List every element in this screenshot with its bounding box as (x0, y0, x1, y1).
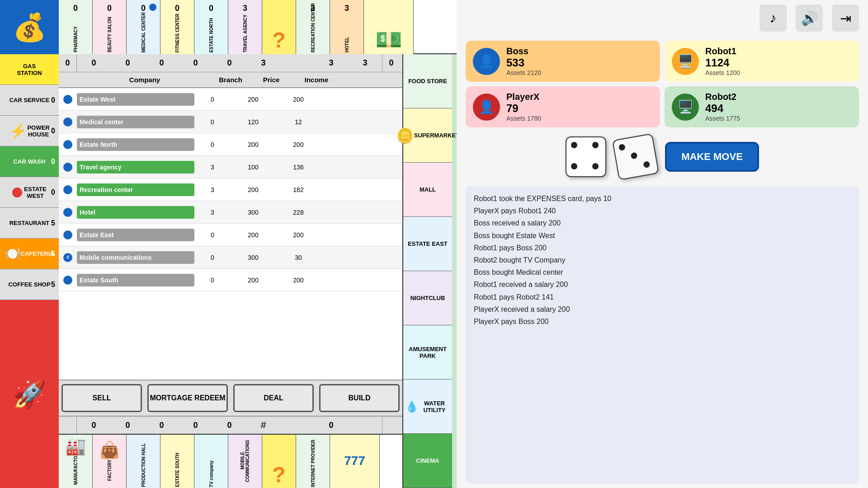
amusement-park-label: AMUSEMENT PARK (405, 346, 450, 359)
right-board-strip: FOOD STORE 🪙 SUPERMARKET MALL ESTATE EAS… (402, 54, 452, 488)
pip-empty (620, 154, 630, 164)
deal-button[interactable]: DEAL (233, 384, 314, 412)
board-container: 0 PHARMACY 0 BEAUTY SALON 0 MEDICAL CENT… (59, 0, 457, 488)
board-cell-estate-south[interactable]: ESTATE SOUTH (160, 435, 194, 488)
board-cell-internet-provider[interactable]: INTERNET PROVIDER (296, 435, 330, 488)
table-row[interactable]: Estate East 0 200 200 (59, 224, 402, 246)
right-cell-food-store[interactable]: FOOD STORE (403, 54, 452, 108)
cinema-label: CINEMA (416, 457, 439, 464)
table-header: Company Branch Price Income (59, 72, 402, 88)
sidebar-item-gas-station[interactable]: GASSTATION (0, 54, 59, 85)
board-cell-estate-north[interactable]: 0 ESTATE NORTH (194, 0, 228, 54)
exit-button[interactable]: ⇥ (832, 5, 859, 32)
food-store-label: FOOD STORE (408, 78, 447, 84)
log-entry: PlayerX received a salary 200 (474, 303, 851, 315)
money-bag-icon: 💰 (13, 11, 47, 43)
sound-button[interactable]: 🔊 (796, 5, 823, 32)
income-value: 182 (276, 186, 321, 193)
table-row[interactable]: Estate South 0 200 200 (59, 269, 402, 291)
board-cell-factory[interactable]: 👜 FACTORY (93, 435, 127, 488)
board-cell-production-hall[interactable]: PRODUCTION HALL (127, 435, 160, 488)
table-row[interactable]: Estate North 0 200 200 (59, 133, 402, 156)
ownership-dot (63, 230, 72, 239)
robot1-avatar: 🖥️ (672, 48, 699, 75)
board-cell-medical-center[interactable]: 0 MEDICAL CENTER (127, 0, 160, 54)
sidebar-item-cafeteria[interactable]: 🍽️ CAFETERIA 5 (0, 239, 59, 269)
sidebar-coffee-label: COFFEE SHOP (8, 281, 50, 288)
right-cell-amusement-park[interactable]: AMUSEMENT PARK (403, 325, 452, 380)
right-cell-estate-east[interactable]: ESTATE EAST (403, 217, 452, 271)
board-cell-tv-company[interactable]: TV company (194, 435, 228, 488)
right-cell-cinema[interactable]: CINEMA (403, 434, 452, 488)
boss-score: 533 (506, 56, 541, 69)
robot1-name: Robot1 (705, 46, 740, 56)
action-buttons-area: SELL MORTGAGE REDEEM DEAL BUILD (59, 380, 402, 416)
ownership-dot-hash: # (63, 253, 72, 262)
sidebar-item-powerhouse[interactable]: ⚡ POWERHOUSE 0 (0, 116, 59, 146)
pip (592, 142, 599, 148)
boss-info: Boss 533 Assets 2120 (506, 46, 541, 76)
right-cell-nightclub[interactable]: NIGHTCLUB (403, 271, 452, 325)
sidebar-item-restaurant[interactable]: RESTAURANT 5 (0, 208, 59, 239)
pip-empty (622, 164, 632, 174)
exit-icon: ⇥ (840, 10, 851, 26)
supermarket-icon: 🪙 (396, 127, 414, 144)
cafeteria-icon: 🍽️ (5, 246, 20, 261)
col-header-branch: Branch (212, 76, 249, 84)
supermarket-label: SUPERMARKET (414, 132, 457, 139)
board-cell-manufacto[interactable]: 🏭 MANUFACTO (59, 435, 93, 488)
game-log: Robot1 took the EXPENSES card, pays 10 P… (466, 186, 859, 483)
sidebar-item-carwash[interactable]: CAR WASH 0 (0, 146, 59, 177)
music-icon: ♪ (770, 10, 777, 26)
left-sidebar: 💰 GASSTATION CAR SERVICE 0 ⚡ POWERHOUSE … (0, 0, 59, 488)
board-cell-fitness-center[interactable]: 0 FITNESS CENTER (160, 0, 194, 54)
players-grid: 👤 Boss 533 Assets 2120 🖥️ Robot1 1124 As… (457, 36, 868, 132)
right-cell-mall[interactable]: MALL (403, 163, 452, 217)
col-header-company: Company (77, 76, 212, 84)
pip-empty (632, 162, 642, 172)
board-cell-777[interactable]: 777 (330, 435, 380, 488)
table-row[interactable]: Estate West 0 200 200 (59, 88, 402, 111)
pip-empty (571, 152, 580, 161)
table-row[interactable]: Hotel 3 300 228 (59, 201, 402, 224)
board-cell-mobile-communications[interactable]: MOBILE COMMUNICATIONS (228, 435, 262, 488)
branch-count: 3 (194, 186, 231, 193)
table-row[interactable]: Travel agency 3 100 136 (59, 156, 402, 178)
sidebar-cafeteria-label: CAFETERIA (20, 250, 54, 257)
build-button[interactable]: BUILD (319, 384, 400, 412)
make-move-button[interactable]: MAKE MOVE (665, 142, 759, 172)
sell-button[interactable]: SELL (61, 384, 142, 412)
ownership-dot (63, 208, 72, 217)
playerx-score: 79 (506, 102, 541, 115)
board-cell-beauty-salon[interactable]: 0 BEAUTY SALON (93, 0, 127, 54)
price-value: 100 (231, 164, 276, 171)
music-button[interactable]: ♪ (760, 5, 787, 32)
board-cell-question2[interactable]: ? (262, 435, 296, 488)
table-row[interactable]: Medical center 0 120 12 (59, 111, 402, 133)
company-table: Company Branch Price Income Estate West … (59, 72, 402, 380)
board-cell-pharmacy[interactable]: 0 PHARMACY (59, 0, 93, 54)
board-cell-hotel[interactable]: 3 HOTEL (330, 0, 364, 54)
sidebar-item-car-service[interactable]: CAR SERVICE 0 (0, 85, 59, 116)
sidebar-item-coffee[interactable]: COFFEE SHOP 5 (0, 269, 59, 300)
table-row[interactable]: Recreation center 3 200 182 (59, 178, 402, 201)
estate-east-label: ESTATE EAST (408, 240, 448, 247)
sidebar-carwash-label: CAR WASH (14, 158, 46, 165)
mortgage-redeem-button[interactable]: MORTGAGE REDEEM (147, 384, 228, 412)
ownership-dot (63, 140, 72, 149)
bottom-numbers-row: 0 0 0 0 0 # 0 (59, 416, 402, 434)
board-cell-question1[interactable]: ? (262, 0, 296, 54)
bottom-board-row: 🏭 MANUFACTO 👜 FACTORY PRODUCTION HALL ES… (59, 434, 402, 488)
pip (618, 144, 626, 151)
pip (571, 142, 577, 148)
table-row[interactable]: # Mobile communications 0 300 30 (59, 246, 402, 269)
right-cell-water-utility[interactable]: 💧 WATER UTILITY (403, 380, 452, 434)
nightclub-label: NIGHTCLUB (410, 295, 445, 301)
sidebar-item-estate-west[interactable]: ESTATEWEST 0 (0, 177, 59, 208)
board-cell-recreation-center[interactable]: 3 RECREATION CENTER (296, 0, 330, 54)
board-cell-travel-agency[interactable]: 3 TRAVEL AGENCY (228, 0, 262, 54)
income-value: 30 (276, 254, 321, 261)
right-cell-supermarket[interactable]: 🪙 SUPERMARKET (403, 108, 452, 163)
sidebar-cafeteria-count: 5 (51, 250, 55, 258)
branch-count: 0 (194, 118, 231, 126)
